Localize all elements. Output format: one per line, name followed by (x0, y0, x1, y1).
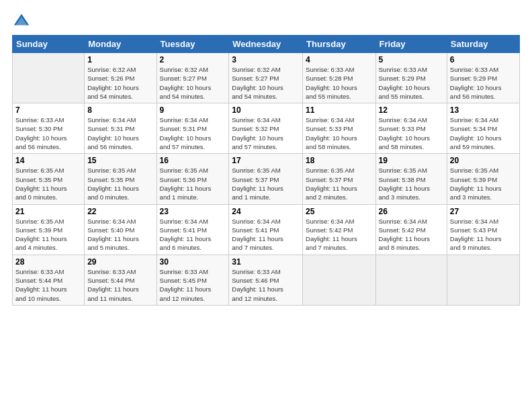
header-day-thursday: Thursday (303, 36, 375, 53)
calendar-cell: 11Sunrise: 6:34 AM Sunset: 5:33 PM Dayli… (303, 103, 375, 154)
calendar-cell: 2Sunrise: 6:32 AM Sunset: 5:27 PM Daylig… (157, 53, 229, 103)
day-detail: Sunrise: 6:32 AM Sunset: 5:27 PM Dayligh… (160, 65, 226, 101)
page: SundayMondayTuesdayWednesdayThursdayFrid… (0, 0, 532, 312)
calendar-cell: 16Sunrise: 6:35 AM Sunset: 5:36 PM Dayli… (157, 154, 229, 204)
calendar-cell (13, 53, 85, 103)
day-detail: Sunrise: 6:32 AM Sunset: 5:26 PM Dayligh… (87, 65, 153, 101)
day-number: 25 (306, 207, 372, 216)
day-detail: Sunrise: 6:35 AM Sunset: 5:38 PM Dayligh… (379, 166, 444, 201)
calendar-cell: 18Sunrise: 6:35 AM Sunset: 5:37 PM Dayli… (303, 154, 375, 204)
day-detail: Sunrise: 6:34 AM Sunset: 5:33 PM Dayligh… (379, 116, 444, 151)
calendar-cell: 10Sunrise: 6:34 AM Sunset: 5:32 PM Dayli… (229, 103, 303, 154)
day-number: 3 (232, 55, 300, 64)
header-day-tuesday: Tuesday (157, 36, 229, 53)
calendar-table: SundayMondayTuesdayWednesdayThursdayFrid… (12, 35, 520, 306)
day-number: 1 (87, 55, 153, 64)
day-number: 22 (87, 207, 153, 216)
calendar-cell: 5Sunrise: 6:33 AM Sunset: 5:29 PM Daylig… (375, 53, 447, 103)
calendar-cell: 22Sunrise: 6:34 AM Sunset: 5:40 PM Dayli… (85, 204, 157, 255)
calendar-cell: 12Sunrise: 6:34 AM Sunset: 5:33 PM Dayli… (375, 103, 447, 154)
calendar-week-2: 7Sunrise: 6:33 AM Sunset: 5:30 PM Daylig… (13, 103, 520, 154)
day-number: 9 (160, 105, 226, 115)
day-number: 18 (306, 156, 372, 165)
calendar-cell (303, 255, 375, 305)
calendar-week-4: 21Sunrise: 6:35 AM Sunset: 5:39 PM Dayli… (13, 204, 520, 255)
day-detail: Sunrise: 6:35 AM Sunset: 5:39 PM Dayligh… (15, 217, 81, 253)
day-number: 26 (379, 207, 444, 216)
calendar-cell: 20Sunrise: 6:35 AM Sunset: 5:39 PM Dayli… (447, 154, 519, 204)
calendar-cell: 15Sunrise: 6:35 AM Sunset: 5:35 PM Dayli… (85, 154, 157, 204)
day-detail: Sunrise: 6:35 AM Sunset: 5:35 PM Dayligh… (87, 166, 153, 201)
calendar-cell: 31Sunrise: 6:33 AM Sunset: 5:46 PM Dayli… (229, 255, 303, 305)
day-detail: Sunrise: 6:34 AM Sunset: 5:40 PM Dayligh… (87, 217, 153, 253)
day-detail: Sunrise: 6:34 AM Sunset: 5:34 PM Dayligh… (450, 116, 517, 151)
day-detail: Sunrise: 6:34 AM Sunset: 5:31 PM Dayligh… (87, 116, 153, 151)
day-number: 17 (232, 156, 300, 165)
day-number: 8 (87, 105, 153, 115)
header-day-wednesday: Wednesday (229, 36, 303, 53)
calendar-cell: 4Sunrise: 6:33 AM Sunset: 5:28 PM Daylig… (303, 53, 375, 103)
calendar-header: SundayMondayTuesdayWednesdayThursdayFrid… (13, 36, 520, 53)
calendar-cell: 9Sunrise: 6:34 AM Sunset: 5:31 PM Daylig… (157, 103, 229, 154)
day-number: 4 (306, 55, 372, 64)
day-detail: Sunrise: 6:33 AM Sunset: 5:30 PM Dayligh… (15, 116, 81, 151)
calendar-cell: 24Sunrise: 6:34 AM Sunset: 5:41 PM Dayli… (229, 204, 303, 255)
day-number: 24 (232, 207, 300, 216)
day-number: 12 (379, 105, 444, 115)
day-detail: Sunrise: 6:33 AM Sunset: 5:29 PM Dayligh… (379, 65, 444, 101)
day-number: 19 (379, 156, 444, 165)
logo-icon (12, 12, 31, 31)
day-detail: Sunrise: 6:34 AM Sunset: 5:43 PM Dayligh… (450, 217, 517, 253)
calendar-cell (447, 255, 519, 305)
day-number: 11 (306, 105, 372, 115)
calendar-week-1: 1Sunrise: 6:32 AM Sunset: 5:26 PM Daylig… (13, 53, 520, 103)
calendar-cell: 29Sunrise: 6:33 AM Sunset: 5:44 PM Dayli… (85, 255, 157, 305)
day-number: 6 (450, 55, 517, 64)
calendar-cell: 13Sunrise: 6:34 AM Sunset: 5:34 PM Dayli… (447, 103, 519, 154)
day-detail: Sunrise: 6:33 AM Sunset: 5:45 PM Dayligh… (160, 267, 226, 303)
header-day-sunday: Sunday (13, 36, 85, 53)
calendar-cell: 14Sunrise: 6:35 AM Sunset: 5:35 PM Dayli… (13, 154, 85, 204)
day-number: 7 (15, 105, 81, 115)
header-row: SundayMondayTuesdayWednesdayThursdayFrid… (13, 36, 520, 53)
day-detail: Sunrise: 6:34 AM Sunset: 5:41 PM Dayligh… (232, 217, 300, 253)
day-number: 13 (450, 105, 517, 115)
header-day-saturday: Saturday (447, 36, 519, 53)
day-number: 2 (160, 55, 226, 64)
day-detail: Sunrise: 6:33 AM Sunset: 5:28 PM Dayligh… (306, 65, 372, 101)
header (12, 12, 520, 31)
day-number: 20 (450, 156, 517, 165)
day-number: 10 (232, 105, 300, 115)
calendar-body: 1Sunrise: 6:32 AM Sunset: 5:26 PM Daylig… (13, 53, 520, 306)
calendar-cell: 28Sunrise: 6:33 AM Sunset: 5:44 PM Dayli… (13, 255, 85, 305)
calendar-cell: 17Sunrise: 6:35 AM Sunset: 5:37 PM Dayli… (229, 154, 303, 204)
calendar-cell: 1Sunrise: 6:32 AM Sunset: 5:26 PM Daylig… (85, 53, 157, 103)
day-detail: Sunrise: 6:35 AM Sunset: 5:35 PM Dayligh… (15, 166, 81, 201)
day-number: 14 (15, 156, 81, 165)
day-detail: Sunrise: 6:33 AM Sunset: 5:44 PM Dayligh… (87, 267, 153, 303)
day-detail: Sunrise: 6:33 AM Sunset: 5:46 PM Dayligh… (232, 267, 300, 303)
calendar-cell: 21Sunrise: 6:35 AM Sunset: 5:39 PM Dayli… (13, 204, 85, 255)
calendar-cell: 27Sunrise: 6:34 AM Sunset: 5:43 PM Dayli… (447, 204, 519, 255)
day-number: 29 (87, 257, 153, 267)
day-detail: Sunrise: 6:33 AM Sunset: 5:44 PM Dayligh… (15, 267, 81, 303)
day-detail: Sunrise: 6:34 AM Sunset: 5:33 PM Dayligh… (306, 116, 372, 151)
day-detail: Sunrise: 6:34 AM Sunset: 5:32 PM Dayligh… (232, 116, 300, 151)
day-number: 16 (160, 156, 226, 165)
calendar-cell: 25Sunrise: 6:34 AM Sunset: 5:42 PM Dayli… (303, 204, 375, 255)
day-number: 21 (15, 207, 81, 216)
day-number: 15 (87, 156, 153, 165)
day-number: 31 (232, 257, 300, 267)
calendar-cell: 7Sunrise: 6:33 AM Sunset: 5:30 PM Daylig… (13, 103, 85, 154)
day-detail: Sunrise: 6:34 AM Sunset: 5:42 PM Dayligh… (379, 217, 444, 253)
day-detail: Sunrise: 6:35 AM Sunset: 5:37 PM Dayligh… (306, 166, 372, 201)
calendar-cell: 6Sunrise: 6:33 AM Sunset: 5:29 PM Daylig… (447, 53, 519, 103)
calendar-cell: 30Sunrise: 6:33 AM Sunset: 5:45 PM Dayli… (157, 255, 229, 305)
day-number: 5 (379, 55, 444, 64)
day-number: 27 (450, 207, 517, 216)
day-number: 30 (160, 257, 226, 267)
logo (12, 12, 34, 31)
day-number: 28 (15, 257, 81, 267)
day-detail: Sunrise: 6:34 AM Sunset: 5:41 PM Dayligh… (160, 217, 226, 253)
day-detail: Sunrise: 6:35 AM Sunset: 5:39 PM Dayligh… (450, 166, 517, 201)
